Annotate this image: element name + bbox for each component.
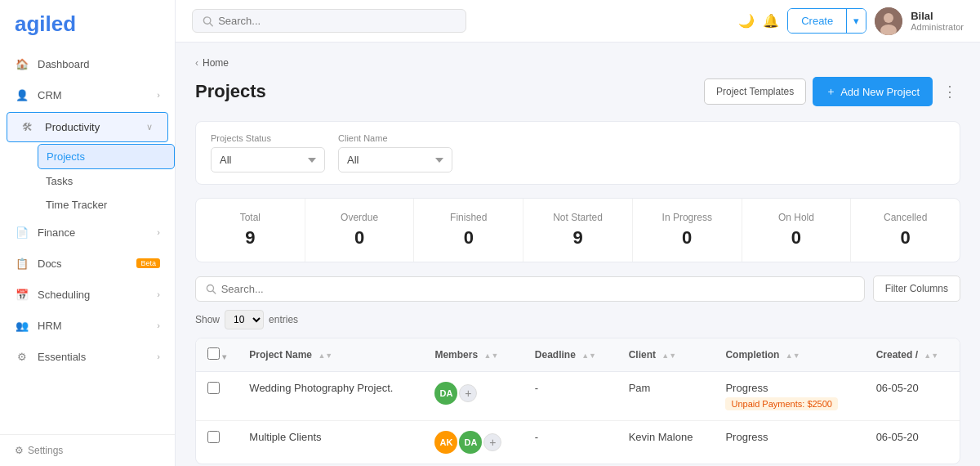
scheduling-icon: 📅 bbox=[15, 287, 29, 302]
settings-button[interactable]: ⚙ Settings bbox=[15, 445, 160, 456]
notifications-button[interactable]: 🔔 bbox=[763, 13, 779, 29]
table-search-input[interactable] bbox=[221, 283, 854, 295]
stat-in-progress: In Progress 0 bbox=[633, 199, 742, 262]
sidebar-item-projects[interactable]: Projects bbox=[38, 144, 175, 169]
members-cell: DA + bbox=[423, 372, 523, 421]
sidebar-item-essentials[interactable]: ⚙ Essentials › bbox=[0, 341, 175, 372]
deadline-cell: - bbox=[523, 372, 617, 421]
filter-columns-button[interactable]: Filter Columns bbox=[873, 276, 960, 302]
row-select-arrow[interactable]: ▾ bbox=[222, 352, 226, 361]
search-icon bbox=[203, 16, 213, 27]
sort-icon[interactable]: ▲▼ bbox=[318, 352, 332, 360]
productivity-icon: 🛠 bbox=[22, 121, 37, 133]
project-name-cell: Multiple Clients bbox=[238, 421, 423, 464]
col-label: Members bbox=[434, 349, 478, 361]
client-cell: Kevin Malone bbox=[617, 421, 715, 464]
project-name: Wedding Photography Project. bbox=[249, 382, 393, 394]
col-project-name: Project Name ▲▼ bbox=[238, 338, 423, 372]
sidebar-item-label: Docs bbox=[38, 258, 131, 270]
sidebar-item-crm[interactable]: 👤 CRM › bbox=[0, 79, 175, 110]
projects-table: ▾ Project Name ▲▼ Members ▲▼ Deadline bbox=[195, 338, 960, 464]
sort-icon[interactable]: ▲▼ bbox=[786, 352, 800, 360]
docs-icon: 📋 bbox=[15, 256, 29, 271]
sidebar-item-scheduling[interactable]: 📅 Scheduling › bbox=[0, 279, 175, 310]
logo-a: agiled bbox=[15, 11, 76, 36]
member-avatar: DA bbox=[434, 382, 457, 405]
status-filter-label: Projects Status bbox=[211, 133, 325, 143]
stat-overdue-label: Overdue bbox=[314, 212, 406, 223]
show-label: Show bbox=[195, 314, 220, 325]
stat-not-started: Not Started 9 bbox=[523, 199, 633, 262]
created-cell: 06-05-20 bbox=[865, 372, 960, 421]
stat-total-label: Total bbox=[204, 212, 296, 223]
project-templates-button[interactable]: Project Templates bbox=[704, 78, 806, 105]
create-dropdown-button[interactable]: ▾ bbox=[846, 9, 866, 33]
breadcrumb-home[interactable]: Home bbox=[203, 57, 229, 69]
sidebar-item-productivity[interactable]: 🛠 Productivity ∨ bbox=[7, 112, 168, 142]
client-filter-label: Client Name bbox=[338, 133, 452, 143]
topbar-search[interactable] bbox=[192, 9, 466, 33]
topbar: 🌙 🔔 Create ▾ Bilal Administrator bbox=[176, 0, 980, 43]
stat-cancelled-value: 0 bbox=[859, 227, 951, 249]
stat-cancelled-label: Cancelled bbox=[859, 212, 951, 223]
sidebar-settings: ⚙ Settings bbox=[0, 434, 175, 466]
crm-icon: 👤 bbox=[15, 87, 29, 102]
sidebar-item-time-tracker[interactable]: Time Tracker bbox=[38, 193, 175, 217]
search-icon bbox=[206, 284, 216, 294]
more-options-button[interactable]: ⋮ bbox=[939, 79, 960, 104]
stat-finished: Finished 0 bbox=[414, 199, 523, 262]
create-button-group: Create ▾ bbox=[787, 8, 866, 34]
sort-icon[interactable]: ▲▼ bbox=[662, 352, 676, 360]
project-name-cell: Wedding Photography Project. bbox=[238, 372, 423, 421]
col-deadline: Deadline ▲▼ bbox=[523, 338, 617, 372]
page-content: ‹ Home Projects Project Templates ＋ Add … bbox=[176, 43, 980, 466]
member-avatars: DA + bbox=[434, 382, 511, 405]
col-completion: Completion ▲▼ bbox=[714, 338, 864, 372]
gear-icon: ⚙ bbox=[15, 445, 24, 456]
unpaid-badge: Unpaid Payments: $2500 bbox=[725, 397, 838, 410]
search-input[interactable] bbox=[218, 15, 455, 27]
col-label: Client bbox=[629, 349, 656, 361]
add-new-project-button[interactable]: ＋ Add New Project bbox=[813, 77, 933, 106]
row-checkbox[interactable] bbox=[207, 431, 220, 443]
chevron-right-icon: › bbox=[157, 227, 160, 237]
row-checkbox[interactable] bbox=[207, 382, 220, 394]
chevron-right-icon: › bbox=[157, 289, 160, 299]
client-filter-group: Client Name All bbox=[338, 133, 452, 173]
sidebar-item-tasks[interactable]: Tasks bbox=[38, 169, 175, 193]
entries-per-page-select[interactable]: 10 25 50 bbox=[225, 310, 264, 329]
table-search-box[interactable] bbox=[195, 276, 865, 302]
entries-label: entries bbox=[269, 314, 298, 325]
stat-total-value: 9 bbox=[204, 227, 296, 249]
sidebar-item-hrm[interactable]: 👥 HRM › bbox=[0, 310, 175, 341]
add-member-button[interactable]: + bbox=[483, 433, 501, 451]
header-actions: Project Templates ＋ Add New Project ⋮ bbox=[704, 77, 960, 106]
productivity-subnav: Projects Tasks Time Tracker bbox=[0, 144, 175, 217]
settings-label: Settings bbox=[28, 445, 63, 456]
sidebar-item-finance[interactable]: 📄 Finance › bbox=[0, 217, 175, 248]
client-filter-select[interactable]: All bbox=[338, 147, 452, 173]
page-header: Projects Project Templates ＋ Add New Pro… bbox=[195, 77, 960, 106]
table-row: Wedding Photography Project. DA + - Pam … bbox=[196, 372, 960, 421]
create-button[interactable]: Create bbox=[788, 9, 846, 33]
select-all-checkbox[interactable] bbox=[207, 347, 220, 360]
dark-mode-button[interactable]: 🌙 bbox=[738, 13, 755, 29]
add-member-button[interactable]: + bbox=[459, 384, 477, 402]
sort-icon[interactable]: ▲▼ bbox=[581, 352, 596, 360]
status-filter-group: Projects Status All bbox=[211, 133, 325, 173]
sidebar-item-dashboard[interactable]: 🏠 Dashboard bbox=[0, 48, 175, 79]
svg-line-6 bbox=[213, 290, 216, 293]
svg-line-1 bbox=[210, 23, 212, 25]
sidebar-item-label: HRM bbox=[38, 320, 157, 332]
completion-cell: Progress Unpaid Payments: $2500 bbox=[714, 372, 864, 421]
client-cell: Pam bbox=[617, 372, 715, 421]
status-filter-select[interactable]: All bbox=[211, 147, 325, 173]
member-avatar: AK bbox=[434, 431, 457, 454]
sort-icon[interactable]: ▲▼ bbox=[483, 352, 498, 360]
sidebar-item-docs[interactable]: 📋 Docs Beta bbox=[0, 248, 175, 279]
col-label: Completion bbox=[725, 349, 779, 361]
sort-icon[interactable]: ▲▼ bbox=[924, 352, 938, 360]
user-avatar-image bbox=[875, 7, 902, 35]
dashboard-icon: 🏠 bbox=[15, 56, 29, 71]
stat-not-started-value: 9 bbox=[532, 227, 624, 249]
